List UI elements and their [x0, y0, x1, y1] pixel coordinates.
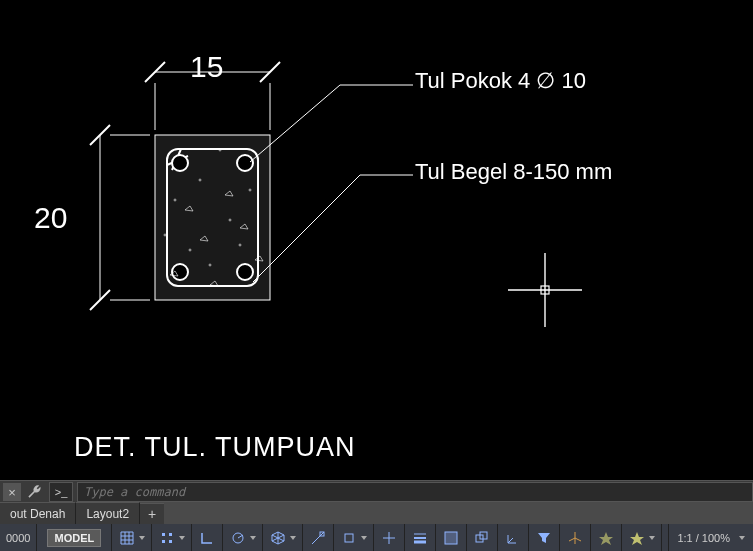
annotation-tul-begel: Tul Begel 8-150 mm — [415, 159, 612, 185]
svg-rect-40 — [345, 534, 353, 542]
snap-toggle-icon[interactable] — [152, 524, 192, 551]
svg-point-5 — [237, 155, 253, 171]
osnap-toggle-icon[interactable] — [303, 524, 334, 551]
layout-tabs: out Denah Layout2 + — [0, 502, 753, 524]
add-layout-tab[interactable]: + — [140, 503, 164, 524]
svg-rect-36 — [162, 540, 165, 543]
svg-line-27 — [250, 85, 340, 162]
annotation-visibility-icon[interactable] — [622, 524, 662, 551]
svg-rect-37 — [169, 540, 172, 543]
svg-point-6 — [172, 264, 188, 280]
command-bar: × >_ — [0, 480, 753, 503]
otrack-toggle-icon[interactable] — [374, 524, 405, 551]
grid-toggle-icon[interactable] — [112, 524, 152, 551]
drawing-canvas[interactable]: 15 20 Tul Pokok 4 ∅ 10 Tul Begel 8-150 m… — [0, 0, 753, 480]
tab-layout2[interactable]: Layout2 — [76, 502, 140, 524]
tab-layout-denah[interactable]: out Denah — [0, 502, 76, 524]
ortho-toggle-icon[interactable] — [192, 524, 223, 551]
zoom-scale[interactable]: 1:1 / 100% — [668, 524, 753, 551]
dynamic-ucs-icon[interactable] — [498, 524, 529, 551]
svg-rect-34 — [162, 533, 165, 536]
dimension-height: 20 — [34, 201, 67, 235]
status-coords[interactable]: 0000 — [0, 524, 37, 551]
command-input[interactable] — [77, 482, 753, 502]
selcycle-toggle-icon[interactable] — [467, 524, 498, 551]
model-label: MODEL — [47, 529, 101, 547]
lineweight-toggle-icon[interactable] — [405, 524, 436, 551]
command-prompt-icon[interactable]: >_ — [49, 482, 73, 502]
close-icon[interactable]: × — [3, 483, 21, 501]
dimension-width: 15 — [190, 50, 223, 84]
svg-point-7 — [237, 264, 253, 280]
model-paper-toggle[interactable]: MODEL — [37, 524, 112, 551]
svg-rect-35 — [169, 533, 172, 536]
transparency-toggle-icon[interactable] — [436, 524, 467, 551]
drawing-title: DET. TUL. TUMPUAN — [74, 432, 356, 463]
status-bar: 0000 MODEL 1:1 / 100% — [0, 524, 753, 551]
polar-toggle-icon[interactable] — [223, 524, 263, 551]
svg-rect-41 — [445, 532, 457, 544]
selection-filter-icon[interactable] — [529, 524, 560, 551]
zoom-scale-label: 1:1 / 100% — [677, 532, 730, 544]
customize-icon[interactable] — [25, 483, 43, 501]
annotation-scale-icon[interactable] — [591, 524, 622, 551]
isodraft-toggle-icon[interactable] — [263, 524, 303, 551]
svg-point-4 — [172, 155, 188, 171]
annotation-tul-pokok: Tul Pokok 4 ∅ 10 — [415, 68, 586, 94]
osnap3d-toggle-icon[interactable] — [334, 524, 374, 551]
gizmo-icon[interactable] — [560, 524, 591, 551]
